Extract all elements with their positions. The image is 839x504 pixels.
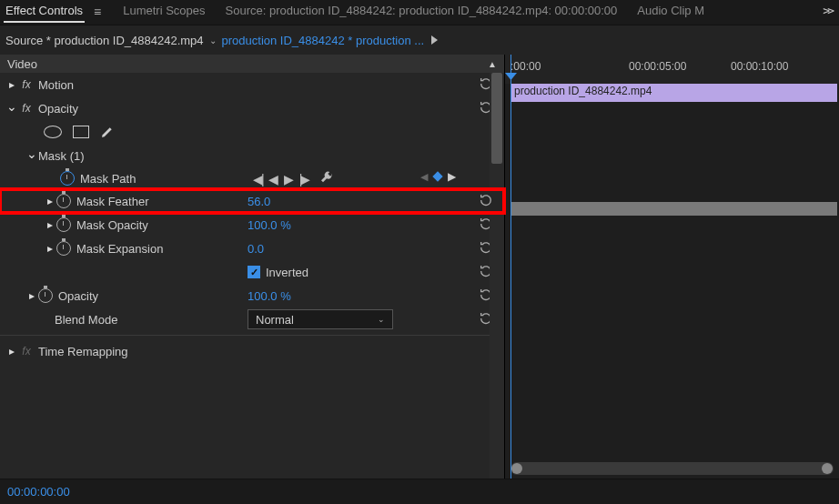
stopwatch-icon[interactable] <box>56 241 71 256</box>
rectangle-mask-button[interactable] <box>73 126 89 138</box>
tab-audio-clip-mixer[interactable]: Audio Clip M <box>635 0 706 21</box>
twirl-icon[interactable] <box>5 101 18 116</box>
twirl-icon[interactable] <box>5 78 18 91</box>
mask-feather-row[interactable]: Mask Feather 56.0 <box>0 189 504 213</box>
twirl-icon[interactable] <box>44 218 56 231</box>
ellipse-mask-button[interactable] <box>44 126 62 138</box>
effect-motion-row[interactable]: fx Motion <box>0 73 504 96</box>
mask-opacity-value[interactable]: 100.0 % <box>248 218 291 232</box>
overflow-chevrons-icon[interactable]: >> <box>823 0 835 17</box>
sequence-label[interactable]: production ID_4884242 * production ... <box>222 34 425 47</box>
scrollbar-thumb[interactable] <box>491 73 502 164</box>
source-row: Source * production ID_4884242.mp4 ⌄ pro… <box>0 25 839 55</box>
mask-path-row[interactable]: Mask Path ◀| ◀ ▶ |▶ ◀ ▶ <box>0 167 504 189</box>
tab-effect-controls[interactable]: Effect Controls <box>4 0 85 23</box>
video-section-header[interactable]: Video ▲ <box>0 55 504 73</box>
tab-lumetri-scopes[interactable]: Lumetri Scopes <box>121 0 207 21</box>
blend-mode-row[interactable]: Blend Mode Normal ⌄ <box>0 307 504 331</box>
fx-badge-icon[interactable]: fx <box>18 345 35 358</box>
collapse-up-icon[interactable]: ▲ <box>488 59 497 69</box>
property-label: Mask Feather <box>76 195 213 208</box>
ruler-tick: 00:00:10:00 <box>731 60 788 73</box>
fx-badge-icon[interactable]: fx <box>18 102 35 115</box>
stopwatch-icon[interactable] <box>38 288 53 303</box>
track-forward-frame-button[interactable]: |▶ <box>299 172 309 186</box>
tracking-method-button[interactable] <box>319 170 334 187</box>
current-timecode[interactable]: 00:00:00:00 <box>7 485 70 499</box>
track-backward-frame-button[interactable]: ◀| <box>253 172 263 186</box>
prev-keyframe-button[interactable]: ◀ <box>420 171 428 183</box>
property-label: Opacity <box>58 289 195 303</box>
twirl-icon[interactable] <box>25 148 38 163</box>
mask-expansion-row[interactable]: Mask Expansion 0.0 <box>0 237 504 260</box>
inverted-label: Inverted <box>266 266 308 279</box>
mask-opacity-row[interactable]: Mask Opacity 100.0 % <box>0 213 504 237</box>
keyframe-track-strip[interactable] <box>510 202 837 216</box>
stopwatch-icon[interactable] <box>56 194 71 208</box>
effect-label: Time Remapping <box>38 345 175 358</box>
stopwatch-icon[interactable] <box>56 217 71 232</box>
mask-label: Mask (1) <box>38 149 175 163</box>
stopwatch-icon[interactable] <box>60 171 75 186</box>
property-label: Mask Opacity <box>76 218 213 232</box>
property-label: Mask Path <box>80 172 217 186</box>
mask-path-tracking-controls: ◀| ◀ ▶ |▶ <box>253 170 334 187</box>
opacity-value[interactable]: 100.0 % <box>248 289 291 303</box>
mask-feather-value[interactable]: 56.0 <box>248 195 270 208</box>
twirl-icon[interactable] <box>44 195 56 207</box>
zoom-handle-left[interactable] <box>511 463 522 474</box>
track-forward-button[interactable]: ▶ <box>284 172 294 186</box>
panel-scrollbar[interactable] <box>490 73 504 479</box>
mask-row[interactable]: Mask (1) <box>0 144 504 167</box>
add-keyframe-button[interactable] <box>432 171 442 181</box>
twirl-icon[interactable] <box>5 345 18 358</box>
blend-mode-select[interactable]: Normal ⌄ <box>248 309 393 329</box>
inverted-checkbox[interactable] <box>248 266 260 278</box>
main-area: Video ▲ fx Motion fx Opacity <box>0 55 839 479</box>
effect-timeline: :00:00 00:00:05:00 00:00:10:00 productio… <box>504 55 839 479</box>
effect-opacity-row[interactable]: fx Opacity <box>0 96 504 120</box>
mask-shape-tools-row <box>0 120 504 144</box>
video-label: Video <box>7 57 37 71</box>
effect-label: Opacity <box>38 102 175 116</box>
twirl-icon[interactable] <box>44 242 56 255</box>
tab-source-monitor[interactable]: Source: production ID_4884242: productio… <box>224 0 620 21</box>
twirl-icon[interactable] <box>25 289 38 302</box>
blend-mode-selected: Normal <box>256 313 294 327</box>
property-label: Mask Expansion <box>76 242 213 256</box>
divider <box>0 335 504 336</box>
effect-time-remapping-row[interactable]: fx Time Remapping <box>0 339 504 363</box>
timeline-ruler[interactable]: :00:00 00:00:05:00 00:00:10:00 <box>505 55 839 84</box>
pen-mask-button[interactable] <box>100 124 115 140</box>
top-tab-bar: Effect Controls ≡ Lumetri Scopes Source:… <box>0 0 839 25</box>
track-backward-button[interactable]: ◀ <box>268 172 278 186</box>
mask-expansion-value[interactable]: 0.0 <box>248 242 264 256</box>
source-clip-label: Source * production ID_4884242.mp4 <box>5 34 204 47</box>
ruler-tick: 00:00:05:00 <box>629 60 686 73</box>
effect-controls-panel: Video ▲ fx Motion fx Opacity <box>0 55 504 479</box>
opacity-property-row[interactable]: Opacity 100.0 % <box>0 284 504 307</box>
zoom-handle-right[interactable] <box>822 463 833 474</box>
twirl-down-icon[interactable]: ⌄ <box>209 35 217 45</box>
timeline-zoom-scrollbar[interactable] <box>510 462 834 475</box>
reset-property-button[interactable] <box>479 193 493 210</box>
effect-label: Motion <box>38 78 175 92</box>
bottom-bar: 00:00:00:00 <box>0 479 839 504</box>
fx-badge-icon[interactable]: fx <box>18 78 35 91</box>
playhead-line[interactable] <box>510 55 511 479</box>
property-label: Blend Mode <box>55 313 237 327</box>
play-indicator-icon[interactable] <box>431 35 438 45</box>
mask-inverted-row[interactable]: Inverted <box>0 260 504 284</box>
clip-bar[interactable]: production ID_4884242.mp4 <box>510 84 837 102</box>
ruler-tick: :00:00 <box>510 60 541 73</box>
next-keyframe-button[interactable]: ▶ <box>448 170 456 183</box>
dropdown-icon: ⌄ <box>378 315 385 324</box>
panel-menu-icon[interactable]: ≡ <box>94 0 101 19</box>
keyframe-navigator: ◀ ▶ <box>420 170 456 183</box>
